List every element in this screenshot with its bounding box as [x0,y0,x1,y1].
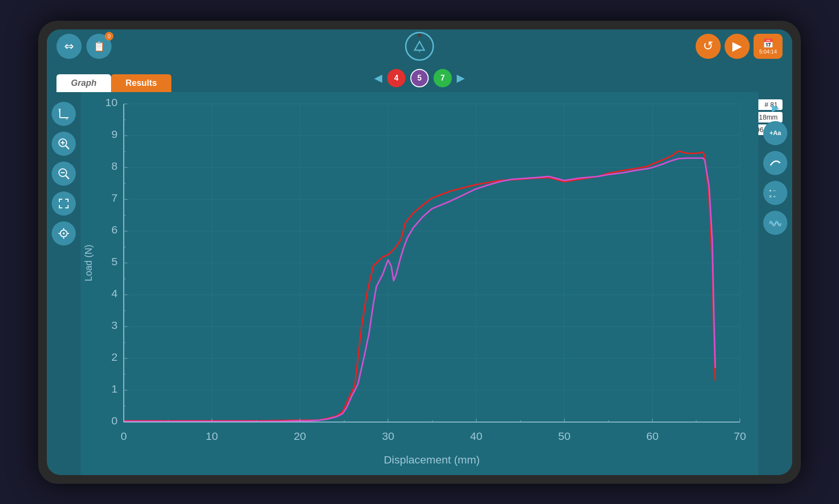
svg-text:7: 7 [112,192,118,204]
fit-icon [56,196,71,211]
axes-icon: y x [56,106,71,122]
curve-icon [768,156,783,170]
header-left: ⇔ 📋 0 [56,34,112,59]
brand-logo-icon [411,38,428,55]
svg-text:60: 60 [646,430,659,442]
svg-text:6: 6 [112,224,118,235]
text-annotation-button[interactable]: +Aa [763,121,787,145]
graph-panel: // This won't run in SVG context, do it … [81,92,758,475]
clipboard-button[interactable]: 📋 0 [86,34,112,59]
svg-text:+  −: + − [769,188,776,193]
curve-button[interactable] [763,151,787,175]
chart-svg: // This won't run in SVG context, do it … [81,92,758,475]
axes-button[interactable]: y x [52,102,76,126]
svg-rect-19 [81,92,758,475]
fit-button[interactable] [52,191,76,216]
chart-container: y x [47,92,792,475]
svg-text:1: 1 [112,383,118,395]
svg-text:5: 5 [112,256,118,267]
svg-line-11 [66,176,69,179]
zoom-out-icon [56,166,71,181]
svg-text:4: 4 [112,287,118,299]
svg-text:Load (N): Load (N) [83,245,94,281]
tablet-outer: ⇔ 📋 0 ↺ ▶ [38,21,801,484]
crosshair-button[interactable] [52,221,76,245]
svg-text:0: 0 [121,430,127,442]
wave-icon [768,216,783,230]
svg-text:30: 30 [382,430,394,442]
collapse-panel-arrow[interactable]: ▶ [772,102,779,113]
math-icon: + − × ÷ [768,186,783,200]
svg-text:70: 70 [734,430,746,442]
svg-text:Displacement (mm): Displacement (mm) [384,454,480,465]
replay-button[interactable]: ↺ [696,34,721,59]
wave-button[interactable] [763,211,787,235]
test-dot-4[interactable]: 4 [387,69,406,87]
svg-point-14 [63,232,65,234]
play-button[interactable]: ▶ [725,34,750,59]
svg-text:9: 9 [112,128,118,140]
camera [418,33,421,37]
move-button[interactable]: ⇔ [56,34,82,59]
svg-text:8: 8 [112,160,118,172]
svg-text:50: 50 [558,430,571,442]
zoom-in-button[interactable] [52,132,76,156]
svg-text:10: 10 [206,430,218,442]
svg-text:2: 2 [112,351,118,363]
svg-text:3: 3 [112,319,118,331]
right-toolbar: ▶ +Aa + − × ÷ [758,92,792,475]
badge-count: 0 [105,32,113,41]
tab-results[interactable]: Results [111,74,171,92]
svg-line-7 [66,146,69,149]
crosshair-icon [56,226,71,241]
svg-marker-0 [415,41,424,50]
header-right: ↺ ▶ 📅 5:04:14 [696,34,783,59]
tabs: Graph Results [56,74,171,92]
test-dot-5[interactable]: 5 [410,69,429,87]
prev-test-arrow[interactable]: ◀ [374,72,382,84]
zoom-in-icon [56,136,71,151]
sub-header: Graph Results ◀ 4 5 7 ▶ [47,63,792,92]
next-test-arrow[interactable]: ▶ [457,72,465,84]
svg-text:0: 0 [112,415,118,426]
test-navigation: ◀ 4 5 7 ▶ [374,69,465,87]
svg-text:20: 20 [294,430,307,442]
svg-text:×  ÷: × ÷ [769,194,776,199]
svg-text:10: 10 [105,96,118,108]
left-toolbar: y x [47,92,81,475]
zoom-out-button[interactable] [52,162,76,186]
test-dot-7[interactable]: 7 [433,69,452,87]
tab-graph[interactable]: Graph [56,74,111,92]
tablet-screen: ⇔ 📋 0 ↺ ▶ [47,29,792,475]
svg-text:y: y [58,107,61,112]
svg-text:40: 40 [470,430,483,442]
timer-button[interactable]: 📅 5:04:14 [754,34,783,59]
svg-text:x: x [66,116,68,121]
chart-area: y x [47,92,792,475]
math-button[interactable]: + − × ÷ [763,181,787,205]
